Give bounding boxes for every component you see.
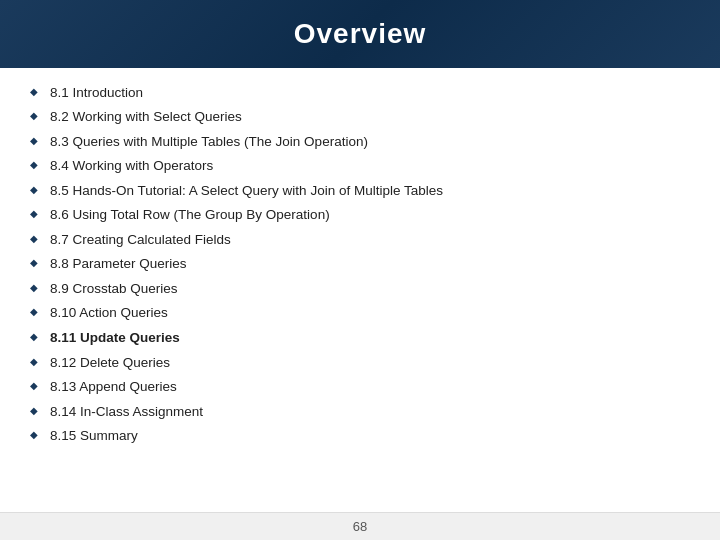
slide-header: Overview — [0, 0, 720, 68]
list-item: ◆8.11 Update Queries — [30, 325, 680, 350]
bullet-text: 8.5 Hands-On Tutorial: A Select Query wi… — [50, 182, 443, 200]
bullet-icon: ◆ — [30, 159, 38, 170]
list-item: ◆8.2 Working with Select Queries — [30, 105, 680, 130]
bullet-icon: ◆ — [30, 233, 38, 244]
bullet-list: ◆8.1 Introduction◆8.2 Working with Selec… — [30, 80, 680, 448]
bullet-text: 8.4 Working with Operators — [50, 157, 213, 175]
bullet-text: 8.15 Summary — [50, 427, 138, 445]
list-item: ◆8.3 Queries with Multiple Tables (The J… — [30, 129, 680, 154]
bullet-icon: ◆ — [30, 356, 38, 367]
list-item: ◆8.5 Hands-On Tutorial: A Select Query w… — [30, 178, 680, 203]
bullet-text: 8.11 Update Queries — [50, 329, 180, 347]
page-number: 68 — [353, 519, 367, 534]
bullet-icon: ◆ — [30, 257, 38, 268]
bullet-text: 8.12 Delete Queries — [50, 354, 170, 372]
slide-footer: 68 — [0, 512, 720, 540]
bullet-text: 8.1 Introduction — [50, 84, 143, 102]
slide-title: Overview — [294, 18, 427, 49]
list-item: ◆8.14 In-Class Assignment — [30, 399, 680, 424]
bullet-icon: ◆ — [30, 306, 38, 317]
bullet-icon: ◆ — [30, 405, 38, 416]
bullet-text: 8.14 In-Class Assignment — [50, 403, 203, 421]
list-item: ◆8.10 Action Queries — [30, 301, 680, 326]
bullet-text: 8.2 Working with Select Queries — [50, 108, 242, 126]
bullet-text: 8.3 Queries with Multiple Tables (The Jo… — [50, 133, 368, 151]
bullet-icon: ◆ — [30, 135, 38, 146]
bullet-text: 8.8 Parameter Queries — [50, 255, 187, 273]
bullet-text: 8.10 Action Queries — [50, 304, 168, 322]
bullet-text: 8.6 Using Total Row (The Group By Operat… — [50, 206, 330, 224]
bullet-text: 8.7 Creating Calculated Fields — [50, 231, 231, 249]
content-area: ◆8.1 Introduction◆8.2 Working with Selec… — [0, 68, 720, 512]
bullet-icon: ◆ — [30, 86, 38, 97]
list-item: ◆8.15 Summary — [30, 424, 680, 449]
bullet-text: 8.9 Crosstab Queries — [50, 280, 178, 298]
list-item: ◆8.12 Delete Queries — [30, 350, 680, 375]
list-item: ◆8.13 Append Queries — [30, 375, 680, 400]
bullet-text: 8.13 Append Queries — [50, 378, 177, 396]
bullet-icon: ◆ — [30, 380, 38, 391]
list-item: ◆8.1 Introduction — [30, 80, 680, 105]
list-item: ◆8.9 Crosstab Queries — [30, 276, 680, 301]
list-item: ◆8.4 Working with Operators — [30, 154, 680, 179]
bullet-icon: ◆ — [30, 331, 38, 342]
list-item: ◆8.8 Parameter Queries — [30, 252, 680, 277]
list-item: ◆8.6 Using Total Row (The Group By Opera… — [30, 203, 680, 228]
bullet-icon: ◆ — [30, 184, 38, 195]
slide-container: Overview ◆8.1 Introduction◆8.2 Working w… — [0, 0, 720, 540]
list-item: ◆8.7 Creating Calculated Fields — [30, 227, 680, 252]
bullet-icon: ◆ — [30, 429, 38, 440]
bullet-icon: ◆ — [30, 110, 38, 121]
bullet-icon: ◆ — [30, 208, 38, 219]
bullet-icon: ◆ — [30, 282, 38, 293]
